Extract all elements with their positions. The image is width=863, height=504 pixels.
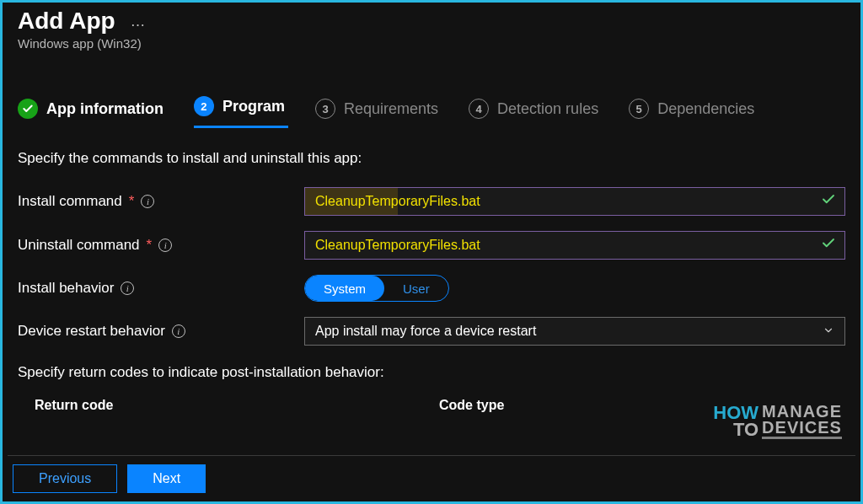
page-subtitle: Windows app (Win32) <box>18 36 845 51</box>
step-label: App information <box>46 100 163 118</box>
next-button[interactable]: Next <box>127 464 206 493</box>
required-indicator: * <box>147 237 153 254</box>
install-command-input[interactable]: CleanupTemporaryFiles.bat <box>304 187 845 216</box>
restart-behavior-select[interactable]: App install may force a device restart <box>304 317 845 346</box>
step-dependencies[interactable]: 5 Dependencies <box>629 99 754 119</box>
more-actions[interactable]: … <box>131 13 146 30</box>
label-install-behavior: Install behavior <box>18 280 114 297</box>
uninstall-command-input[interactable]: CleanupTemporaryFiles.bat <box>304 231 845 260</box>
column-return-code: Return code <box>35 398 439 413</box>
step-badge: 5 <box>629 99 649 119</box>
page-title: Add App <box>18 8 115 35</box>
section-instructions: Specify the commands to install and unin… <box>18 150 845 167</box>
step-badge: 3 <box>315 99 335 119</box>
row-install-behavior: Install behavior i System User <box>18 275 845 302</box>
step-label: Program <box>222 98 285 115</box>
check-icon <box>18 99 38 119</box>
info-icon[interactable]: i <box>172 324 185 338</box>
valid-icon <box>821 192 836 212</box>
wizard-footer: Previous Next <box>8 455 855 496</box>
step-label: Dependencies <box>657 100 754 118</box>
label-restart-behavior: Device restart behavior <box>18 323 165 340</box>
step-badge: 2 <box>194 96 214 116</box>
row-restart-behavior: Device restart behavior i App install ma… <box>18 317 845 346</box>
label-uninstall-command: Uninstall command <box>18 237 140 254</box>
select-value: App install may force a device restart <box>315 324 536 339</box>
input-value: CleanupTemporaryFiles.bat <box>315 194 480 209</box>
previous-button[interactable]: Previous <box>13 464 117 493</box>
watermark: HOW TO MANAGE DEVICES <box>713 404 842 439</box>
step-label: Detection rules <box>497 100 598 118</box>
toggle-option-user[interactable]: User <box>384 276 448 301</box>
step-badge: 4 <box>469 99 489 119</box>
step-requirements[interactable]: 3 Requirements <box>315 99 438 119</box>
return-codes-instructions: Specify return codes to indicate post-in… <box>18 364 845 381</box>
info-icon[interactable]: i <box>121 281 134 295</box>
row-uninstall-command: Uninstall command * i CleanupTemporaryFi… <box>18 231 845 260</box>
step-label: Requirements <box>344 100 438 118</box>
step-program[interactable]: 2 Program <box>194 96 285 121</box>
step-detection-rules[interactable]: 4 Detection rules <box>469 99 598 119</box>
required-indicator: * <box>129 193 135 210</box>
valid-icon <box>821 236 836 255</box>
toggle-option-system[interactable]: System <box>305 276 384 301</box>
input-value: CleanupTemporaryFiles.bat <box>315 238 480 253</box>
step-app-information[interactable]: App information <box>18 99 163 119</box>
install-behavior-toggle: System User <box>304 275 449 302</box>
info-icon[interactable]: i <box>141 195 154 208</box>
chevron-down-icon <box>823 324 834 339</box>
wizard-steps: App information 2 Program 3 Requirements… <box>18 96 845 121</box>
row-install-command: Install command * i CleanupTemporaryFile… <box>18 187 845 216</box>
label-install-command: Install command <box>18 193 122 210</box>
info-icon[interactable]: i <box>158 239 172 252</box>
